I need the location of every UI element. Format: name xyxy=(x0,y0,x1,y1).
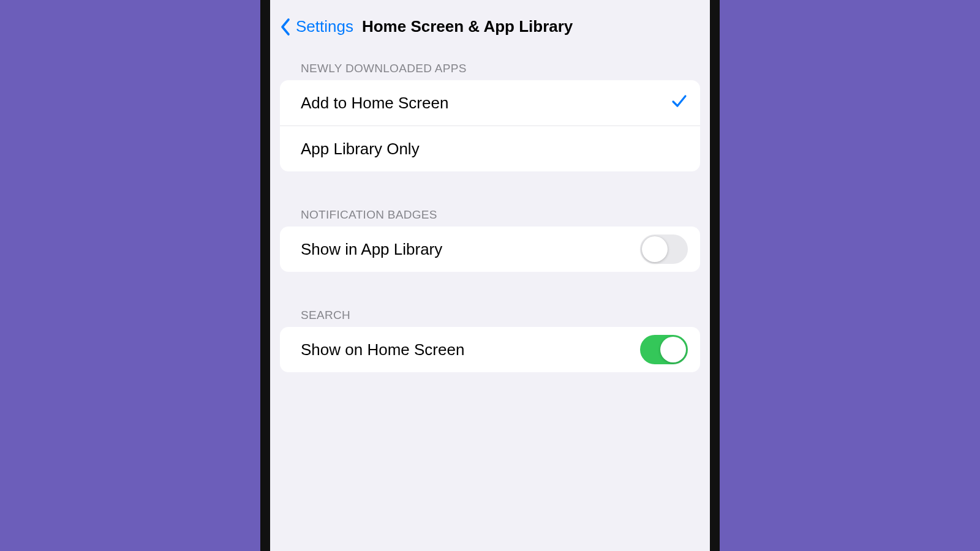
nav-bar: Settings Home Screen & App Library xyxy=(270,0,710,51)
row-label: Show in App Library xyxy=(301,240,640,259)
section-header-notification-badges: NOTIFICATION BADGES xyxy=(270,208,710,227)
settings-screen: Settings Home Screen & App Library NEWLY… xyxy=(270,0,710,551)
section-header-newly-downloaded: NEWLY DOWNLOADED APPS xyxy=(270,62,710,80)
group-search: Show on Home Screen xyxy=(280,327,700,372)
row-label: Show on Home Screen xyxy=(301,340,640,359)
row-show-on-home-screen[interactable]: Show on Home Screen xyxy=(280,327,700,372)
toggle-show-on-home-screen[interactable] xyxy=(640,335,688,364)
row-show-in-app-library[interactable]: Show in App Library xyxy=(280,227,700,272)
option-add-to-home-screen[interactable]: Add to Home Screen xyxy=(280,80,700,126)
toggle-knob xyxy=(642,236,668,262)
toggle-knob xyxy=(660,337,686,362)
section-header-search: SEARCH xyxy=(270,309,710,327)
device-frame: Settings Home Screen & App Library NEWLY… xyxy=(260,0,720,551)
back-button[interactable]: Settings xyxy=(280,17,353,36)
option-app-library-only[interactable]: App Library Only xyxy=(280,126,700,171)
option-label: App Library Only xyxy=(301,140,688,159)
group-newly-downloaded: Add to Home Screen App Library Only xyxy=(280,80,700,171)
page-title: Home Screen & App Library xyxy=(362,17,573,36)
chevron-left-icon xyxy=(280,18,291,36)
toggle-show-in-app-library[interactable] xyxy=(640,234,688,264)
back-label: Settings xyxy=(296,17,353,36)
option-label: Add to Home Screen xyxy=(301,94,671,113)
check-icon xyxy=(671,92,688,114)
group-notification-badges: Show in App Library xyxy=(280,227,700,272)
